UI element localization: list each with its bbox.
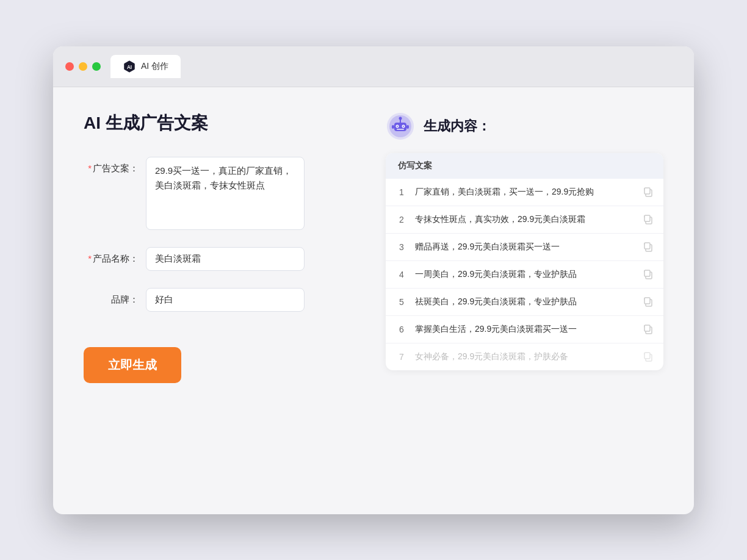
ad-copy-label: *广告文案： (84, 157, 139, 174)
copy-icon[interactable] (643, 269, 654, 280)
row-number: 3 (395, 242, 408, 252)
svg-rect-16 (644, 215, 650, 221)
content-area: AI 生成广告文案 *广告文案： 29.9买一送一，真正的厂家直销，美白淡斑霜，… (53, 87, 694, 514)
result-table: 仿写文案 1 厂家直销，美白淡斑霜，买一送一，29.9元抢购 2 专抹女性斑点，… (386, 153, 663, 370)
rows-container: 1 厂家直销，美白淡斑霜，买一送一，29.9元抢购 2 专抹女性斑点，真实功效，… (386, 179, 663, 370)
product-name-group: *产品名称： 美白淡斑霜 (84, 247, 361, 271)
svg-rect-26 (644, 353, 650, 359)
row-number: 4 (395, 270, 408, 279)
robot-icon (386, 112, 415, 141)
svg-rect-8 (397, 129, 404, 130)
row-text: 厂家直销，美白淡斑霜，买一送一，29.9元抢购 (415, 187, 635, 198)
copy-icon[interactable] (643, 242, 654, 253)
row-text: 专抹女性斑点，真实功效，29.9元美白淡斑霜 (415, 214, 635, 225)
ai-tab[interactable]: AI AI 创作 (110, 55, 181, 78)
svg-point-6 (397, 126, 398, 127)
left-panel: AI 生成广告文案 *广告文案： 29.9买一送一，真正的厂家直销，美白淡斑霜，… (84, 112, 361, 490)
ad-copy-group: *广告文案： 29.9买一送一，真正的厂家直销，美白淡斑霜，专抹女性斑点 (84, 157, 361, 230)
copy-icon[interactable] (643, 214, 654, 225)
row-number: 5 (395, 297, 408, 307)
title-bar: AI AI 创作 (53, 46, 694, 87)
table-row: 6 掌握美白生活，29.9元美白淡斑霜买一送一 (386, 316, 663, 343)
product-name-input[interactable]: 美白淡斑霜 (146, 247, 305, 271)
svg-rect-14 (644, 188, 650, 194)
svg-rect-22 (644, 298, 650, 304)
table-row: 4 一周美白，29.9元美白淡斑霜，专业护肤品 (386, 261, 663, 289)
generate-button[interactable]: 立即生成 (84, 347, 181, 383)
result-header: 生成内容： (386, 112, 663, 141)
ad-copy-textarea[interactable]: 29.9买一送一，真正的厂家直销，美白淡斑霜，专抹女性斑点 (146, 157, 305, 230)
row-number: 7 (395, 352, 408, 362)
product-name-label: *产品名称： (84, 247, 139, 265)
svg-rect-11 (392, 125, 394, 129)
page-title: AI 生成广告文案 (84, 112, 361, 135)
row-number: 1 (395, 187, 408, 197)
table-row: 2 专抹女性斑点，真实功效，29.9元美白淡斑霜 (386, 206, 663, 234)
required-star: * (88, 163, 92, 173)
brand-label: 品牌： (84, 288, 139, 306)
minimize-button[interactable] (79, 62, 87, 71)
table-row: 1 厂家直销，美白淡斑霜，买一送一，29.9元抢购 (386, 179, 663, 206)
svg-rect-12 (406, 125, 409, 129)
row-text: 女神必备，29.9元美白淡斑霜，护肤必备 (415, 351, 635, 362)
row-number: 2 (395, 215, 408, 224)
copy-icon[interactable] (643, 296, 654, 307)
ai-hexagon-icon: AI (123, 60, 136, 73)
close-button[interactable] (65, 62, 74, 71)
svg-point-10 (399, 117, 402, 120)
brand-group: 品牌： 好白 (84, 288, 361, 312)
browser-window: AI AI 创作 AI 生成广告文案 *广告文案： 29.9买一送一，真正的厂家… (53, 46, 694, 514)
row-text: 祛斑美白，29.9元美白淡斑霜，专业护肤品 (415, 296, 635, 307)
svg-rect-24 (644, 325, 650, 331)
result-title: 生成内容： (424, 117, 491, 135)
traffic-lights (65, 62, 101, 71)
svg-rect-20 (644, 270, 650, 276)
table-row: 5 祛斑美白，29.9元美白淡斑霜，专业护肤品 (386, 289, 663, 316)
right-panel: 生成内容： 仿写文案 1 厂家直销，美白淡斑霜，买一送一，29.9元抢购 2 专… (386, 112, 663, 490)
required-star-2: * (88, 253, 92, 264)
table-row: 7 女神必备，29.9元美白淡斑霜，护肤必备 (386, 343, 663, 370)
table-row: 3 赠品再送，29.9元美白淡斑霜买一送一 (386, 234, 663, 261)
svg-rect-18 (644, 243, 650, 249)
copy-icon[interactable] (643, 351, 654, 362)
row-text: 一周美白，29.9元美白淡斑霜，专业护肤品 (415, 269, 635, 280)
row-number: 6 (395, 325, 408, 334)
tab-label: AI 创作 (141, 61, 168, 72)
copy-icon[interactable] (643, 324, 654, 335)
copy-icon[interactable] (643, 187, 654, 198)
brand-input[interactable]: 好白 (146, 288, 305, 312)
svg-point-7 (403, 126, 404, 127)
table-header: 仿写文案 (386, 153, 663, 179)
row-text: 掌握美白生活，29.9元美白淡斑霜买一送一 (415, 324, 635, 335)
svg-text:AI: AI (127, 64, 132, 70)
maximize-button[interactable] (92, 62, 101, 71)
row-text: 赠品再送，29.9元美白淡斑霜买一送一 (415, 242, 635, 253)
